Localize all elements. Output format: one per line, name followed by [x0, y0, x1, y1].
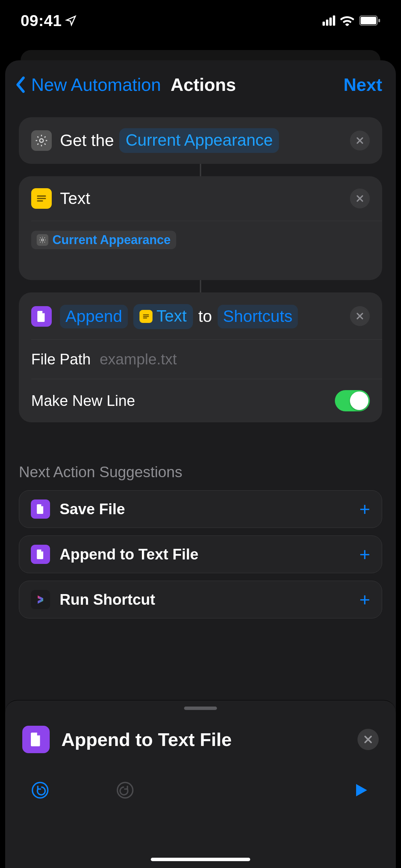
action-get-appearance[interactable]: Get the Current Appearance [19, 117, 382, 164]
run-button[interactable] [350, 779, 372, 801]
action-text-prefix: Get the [60, 130, 114, 151]
undo-button[interactable] [29, 779, 51, 801]
file-path-input[interactable]: example.txt [100, 351, 177, 368]
suggestion-label: Run Shortcut [60, 591, 350, 608]
close-panel-button[interactable] [357, 729, 379, 750]
document-icon [22, 726, 50, 753]
suggestion-label: Append to Text File [60, 546, 350, 563]
text-icon [139, 310, 153, 323]
delete-action-button[interactable] [350, 189, 370, 208]
suggestion-label: Save File [60, 501, 350, 518]
text-input-area[interactable]: Current Appearance [19, 221, 382, 280]
grabber[interactable] [184, 707, 217, 710]
text-icon [31, 188, 52, 209]
close-icon [355, 194, 364, 203]
play-icon [353, 782, 369, 798]
sheet-stack-background [21, 50, 380, 60]
redo-button[interactable] [114, 779, 136, 801]
next-button[interactable]: Next [343, 74, 382, 95]
svg-point-3 [40, 139, 44, 143]
svg-rect-2 [378, 19, 380, 22]
undo-icon [31, 781, 49, 799]
bottom-panel[interactable]: Append to Text File [5, 700, 396, 868]
back-button[interactable] [12, 73, 29, 97]
file-path-label: File Path [31, 351, 91, 368]
time-label: 09:41 [21, 11, 62, 30]
close-icon [355, 312, 364, 321]
settings-icon [37, 234, 48, 246]
suggestion-append-text-file[interactable]: Append to Text File + [19, 535, 382, 573]
close-icon [355, 136, 364, 145]
back-label[interactable]: New Automation [31, 74, 161, 95]
status-time: 09:41 [21, 11, 77, 30]
chip-label: Current Appearance [52, 233, 171, 247]
document-icon [31, 545, 50, 564]
redo-icon [116, 781, 134, 799]
file-path-row[interactable]: File Path example.txt [19, 340, 382, 379]
text-variable-token[interactable]: Text [133, 304, 193, 329]
nav-bar: New Automation Actions Next [5, 60, 396, 110]
close-icon [363, 734, 373, 745]
home-indicator[interactable] [151, 858, 250, 861]
new-line-label: Make New Line [31, 392, 135, 409]
wifi-icon [340, 15, 354, 26]
delete-action-button[interactable] [350, 306, 370, 326]
new-line-toggle[interactable] [335, 390, 370, 411]
document-icon [31, 306, 52, 327]
append-mode-token[interactable]: Append [60, 305, 128, 328]
new-line-row: Make New Line [19, 379, 382, 422]
plus-icon: + [359, 590, 370, 609]
location-icon [65, 15, 77, 26]
connector-line [200, 279, 201, 293]
svg-rect-1 [361, 17, 376, 24]
destination-token[interactable]: Shortcuts [218, 305, 298, 328]
suggestions-title: Next Action Suggestions [19, 463, 382, 481]
appearance-token[interactable]: Current Appearance [119, 128, 279, 153]
suggestion-save-file[interactable]: Save File + [19, 490, 382, 528]
suggestion-run-shortcut[interactable]: Run Shortcut + [19, 581, 382, 618]
bottom-panel-title: Append to Text File [61, 729, 346, 750]
chevron-left-icon [15, 76, 26, 93]
nav-title: Actions [171, 74, 236, 95]
document-icon [31, 499, 50, 519]
plus-icon: + [359, 500, 370, 518]
suggestions-section: Next Action Suggestions Save File + Appe… [5, 422, 396, 618]
battery-icon [359, 15, 380, 26]
status-bar: 09:41 [0, 0, 401, 41]
modal-sheet: New Automation Actions Next Get the Curr… [5, 60, 396, 868]
svg-point-11 [41, 239, 44, 241]
connector-line [200, 163, 201, 177]
settings-icon [31, 130, 52, 151]
plus-icon: + [359, 545, 370, 564]
svg-marker-21 [356, 784, 367, 796]
action-title: Text [60, 188, 90, 209]
action-text[interactable]: Text Current Appearance [19, 176, 382, 280]
variable-chip[interactable]: Current Appearance [31, 231, 176, 249]
cellular-icon [323, 15, 335, 26]
shortcut-icon [31, 590, 50, 609]
word-to: to [198, 306, 212, 327]
action-append[interactable]: Append Text to Shortcuts [19, 292, 382, 422]
delete-action-button[interactable] [350, 131, 370, 150]
